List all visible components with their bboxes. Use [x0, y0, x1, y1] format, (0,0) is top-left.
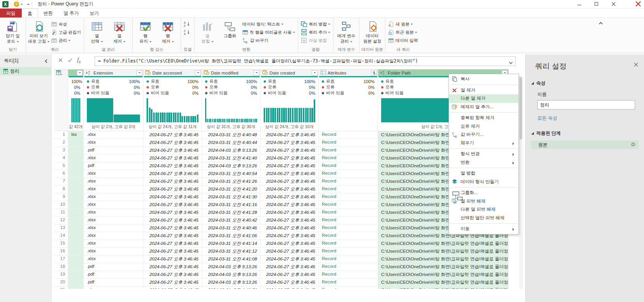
date-accessed-cell[interactable]: 2024-06-27 오후 3:46:45	[143, 224, 202, 232]
use-first-row-as-headers-button[interactable]: 첫 행을 머리글로 사용	[241, 29, 296, 36]
menu-item-copy[interactable]: 복사	[449, 75, 518, 83]
attributes-record-cell[interactable]: Record	[319, 255, 378, 263]
formula-cancel-icon[interactable]	[58, 58, 63, 64]
row-number-cell[interactable]: 10	[54, 201, 68, 209]
date-accessed-cell[interactable]: 2024-06-27 오후 3:46:45	[143, 131, 202, 139]
row-number-cell[interactable]: 6	[54, 170, 68, 178]
folder-path-cell[interactable]: C:\Users\CEO\OneDrive\바탕 화면\코파일럿 연습\엑셀로 …	[378, 279, 509, 286]
date-modified-cell[interactable]: 2024-03-31 오전 4:41:12	[202, 248, 261, 255]
attributes-record-cell[interactable]: Record	[319, 139, 378, 147]
date-modified-cell[interactable]: 2024-03-31 오전 4:41:06	[202, 232, 261, 240]
date-created-cell[interactable]: 2024-06-27 오후 3:46:45	[261, 147, 319, 154]
row-number-cell[interactable]: 21	[54, 286, 68, 289]
menu-item-remove-errors[interactable]: 오류 제거	[449, 122, 518, 131]
date-created-cell[interactable]: 2024-06-27 오후 3:46:45	[261, 170, 319, 178]
filter-dropdown-icon[interactable]	[312, 70, 318, 76]
date-accessed-cell[interactable]: 2024-06-27 오후 3:46:45	[143, 232, 202, 240]
date-created-cell[interactable]: 2024-06-27 오후 3:46:45	[261, 139, 319, 147]
clipped-name-cell[interactable]	[68, 170, 84, 178]
manage-parameters-button[interactable]: 매개 변수관리	[335, 19, 357, 47]
date-modified-cell[interactable]: 2024-04-03 오후 9:13:26	[202, 147, 261, 154]
attributes-record-cell[interactable]: Record	[319, 209, 378, 217]
date-modified-cell[interactable]: 2024-03-31 오전 4:41:14	[202, 240, 261, 248]
tab-transform[interactable]: 변환	[38, 9, 58, 17]
ribbon-collapse-icon[interactable]	[599, 21, 602, 26]
extension-cell[interactable]: .pdf	[84, 279, 143, 286]
tab-home[interactable]: 홈	[22, 9, 38, 17]
extension-cell[interactable]: .xlsx	[84, 224, 143, 232]
attributes-record-cell[interactable]: Record	[319, 201, 378, 209]
clipped-name-cell[interactable]	[68, 232, 84, 240]
filter-dropdown-icon[interactable]	[136, 70, 142, 76]
attributes-record-cell[interactable]: Record	[319, 263, 378, 271]
filter-dropdown-icon[interactable]	[254, 70, 259, 76]
extension-cell[interactable]: .pdf	[84, 162, 143, 170]
menu-item-remove-columns[interactable]: 열 제거	[449, 86, 518, 95]
column-header-date-modified[interactable]: Date modified	[202, 69, 261, 76]
date-accessed-cell[interactable]: 2024-06-27 오후 3:46:45	[143, 162, 202, 170]
column-header-attributes[interactable]: Attributes	[319, 69, 378, 76]
clipped-name-cell[interactable]	[68, 209, 84, 217]
refresh-preview-button[interactable]: 미리 보기새로 고침	[28, 19, 50, 47]
clipped-name-cell[interactable]: lsx	[68, 131, 84, 139]
collapse-triangle-icon[interactable]	[531, 82, 534, 85]
row-number-cell[interactable]: 7	[54, 178, 68, 186]
manage-button[interactable]: 관리	[50, 37, 82, 44]
date-created-cell[interactable]: 2024-06-27 오후 3:46:45	[261, 162, 319, 170]
extension-cell[interactable]: .xlsx	[84, 154, 143, 162]
tab-add-column[interactable]: 열 추가	[58, 9, 84, 17]
date-created-cell[interactable]: 2024-06-27 오후 3:46:45	[261, 217, 319, 224]
date-created-cell[interactable]: 2024-06-27 오후 3:46:45	[261, 209, 319, 217]
sort-descending-button[interactable]: ZA	[183, 29, 193, 36]
extension-cell[interactable]: .xlsx	[84, 232, 143, 240]
date-accessed-cell[interactable]: 2024-06-27 오후 3:46:45	[143, 170, 202, 178]
attributes-record-cell[interactable]: Record	[319, 178, 378, 186]
clipped-name-cell[interactable]	[68, 279, 84, 286]
group-by-button[interactable]: 그룹화	[219, 19, 241, 47]
extension-cell[interactable]: .xlsx	[84, 170, 143, 178]
clipped-name-cell[interactable]	[68, 255, 84, 263]
date-created-cell[interactable]: 2024-06-27 오후 3:46:45	[261, 279, 319, 286]
formula-accept-icon[interactable]	[67, 58, 73, 64]
row-number-cell[interactable]: 18	[54, 263, 68, 271]
date-modified-cell[interactable]: 2024-03-31 오전 4:40:48	[202, 131, 261, 139]
remove-rows-button[interactable]: 행제거	[157, 19, 179, 47]
sort-ascending-button[interactable]: AZ	[183, 21, 193, 28]
attributes-record-cell[interactable]: Record	[319, 232, 378, 240]
attributes-record-cell[interactable]: Record	[319, 286, 378, 289]
date-modified-cell[interactable]: 2024-03-31 오전 4:41:28	[202, 209, 261, 217]
date-created-cell[interactable]: 2024-06-27 오후 3:46:45	[261, 201, 319, 209]
date-modified-cell[interactable]: 2024-03-31 오전 4:40:54	[202, 170, 261, 178]
folder-path-cell[interactable]: C:\Users\CEO\OneDrive\바탕 화면\코파일럿 연습\엑셀로 …	[378, 255, 509, 263]
date-accessed-cell[interactable]: 2024-06-27 오후 3:46:45	[143, 240, 202, 248]
date-created-cell[interactable]: 2024-06-27 오후 3:46:45	[261, 193, 319, 201]
extension-cell[interactable]: .xlsx	[84, 178, 143, 186]
date-accessed-cell[interactable]: 2024-06-27 오후 3:46:45	[143, 271, 202, 279]
folder-path-cell[interactable]: C:\Users\CEO\OneDrive\바탕 화면\코파일럿 연습\엑셀로 …	[378, 286, 509, 289]
menu-item-change-type[interactable]: 형식 변경	[449, 150, 518, 158]
row-number-cell[interactable]: 3	[54, 147, 68, 154]
folder-path-cell[interactable]: C:\Users\CEO\OneDrive\바탕 화면\코파일럿 연습\엑셀로 …	[378, 248, 509, 255]
date-created-cell[interactable]: 2024-06-27 오후 3:46:45	[261, 248, 319, 255]
date-accessed-cell[interactable]: 2024-06-27 오후 3:46:45	[143, 178, 202, 186]
choose-columns-button[interactable]: 열선택	[86, 19, 108, 47]
step-settings-gear-icon[interactable]	[631, 142, 635, 148]
date-accessed-cell[interactable]: 2024-06-27 오후 3:46:45	[143, 154, 202, 162]
row-number-cell[interactable]: 8	[54, 186, 68, 193]
menu-item-unpivot-only-selected-columns[interactable]: 선택한 열만 피벗 해제	[449, 214, 518, 222]
date-created-cell[interactable]: 2024-06-27 오후 3:46:45	[261, 271, 319, 279]
row-number-cell[interactable]: 11	[54, 209, 68, 217]
date-modified-cell[interactable]: 2024-03-31 오전 4:40:46	[202, 224, 261, 232]
row-number-cell[interactable]: 5	[54, 162, 68, 170]
date-accessed-cell[interactable]: 2024-06-27 오후 3:46:45	[143, 209, 202, 217]
clipped-name-cell[interactable]	[68, 271, 84, 279]
date-created-cell[interactable]: 2024-06-27 오후 3:46:45	[261, 240, 319, 248]
row-number-cell[interactable]: 9	[54, 193, 68, 201]
row-number-cell[interactable]: 20	[54, 279, 68, 286]
date-accessed-cell[interactable]: 2024-06-27 오후 3:46:45	[143, 286, 202, 289]
date-created-cell[interactable]: 2024-06-27 오후 3:46:45	[261, 178, 319, 186]
append-queries-button[interactable]: 쿼리 추가	[300, 29, 331, 36]
date-modified-cell[interactable]: 2024-03-31 오전 4:40:44	[202, 139, 261, 147]
expand-column-icon[interactable]	[371, 70, 377, 76]
date-created-cell[interactable]: 2024-06-27 오후 3:46:45	[261, 286, 319, 289]
